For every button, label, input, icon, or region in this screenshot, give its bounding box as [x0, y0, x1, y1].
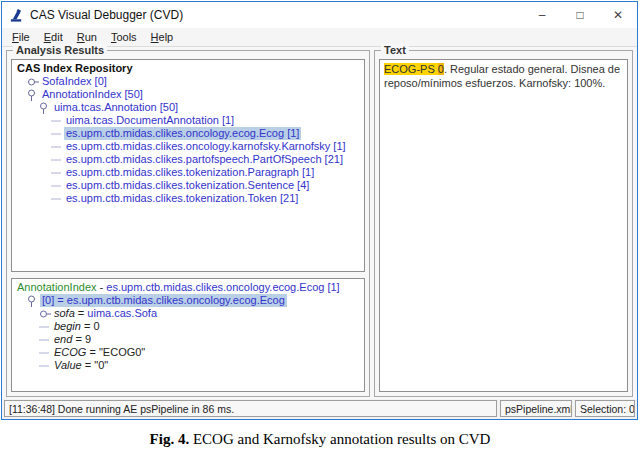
tree-node[interactable]: es.upm.ctb.midas.clikes.oncology.ecog.Ec… — [13, 127, 363, 140]
menu-file[interactable]: File — [5, 30, 37, 44]
tree-label-segment: Value — [54, 359, 82, 371]
tree-label-segment: AnnotationIndex [50] — [42, 88, 143, 100]
tree-node-label[interactable]: AnnotationIndex - es.upm.ctb.midas.clike… — [15, 281, 342, 294]
app-icon — [9, 8, 24, 23]
maximize-button[interactable]: □ — [561, 2, 599, 28]
figure-caption-prefix: Fig. 4. — [150, 431, 190, 447]
tree-node-label[interactable]: es.upm.ctb.midas.clikes.partofspeech.Par… — [64, 153, 345, 166]
cas-index-tree-panel[interactable]: CAS Index RepositorySofaIndex [0]Annotat… — [11, 59, 365, 272]
tree-collapse-handle[interactable] — [39, 308, 52, 320]
tree-label-segment: end — [54, 333, 72, 345]
tree-node[interactable]: es.upm.ctb.midas.clikes.tokenization.Par… — [13, 166, 363, 179]
menu-run[interactable]: Run — [70, 30, 104, 44]
tree-expand-handle[interactable] — [39, 102, 52, 114]
tree-node[interactable]: uima.tcas.Annotation [50] — [13, 101, 363, 114]
menu-tools[interactable]: Tools — [104, 30, 144, 44]
tree-node[interactable]: es.upm.ctb.midas.clikes.tokenization.Sen… — [13, 179, 363, 192]
tree-label-segment: CAS Index Repository — [17, 62, 133, 74]
tree-expand-handle[interactable] — [27, 89, 40, 101]
status-selection: Selection: 0 - 9 — [575, 400, 635, 417]
tree-node[interactable]: ECOG = "ECOG0" — [13, 346, 363, 359]
window-title: CAS Visual Debugger (CVD) — [30, 8, 183, 22]
menu-help[interactable]: Help — [144, 30, 181, 44]
tree-node-label[interactable]: es.upm.ctb.midas.clikes.tokenization.Sen… — [64, 179, 311, 192]
tree-node[interactable]: SofaIndex [0] — [13, 75, 363, 88]
tree-node-label[interactable]: uima.tcas.Annotation [50] — [52, 101, 180, 114]
tree-label-segment: es.upm.ctb.midas.clikes.oncology.ecog.Ec… — [66, 127, 299, 139]
tree-node[interactable]: AnnotationIndex - es.upm.ctb.midas.clike… — [13, 281, 363, 294]
tree-node[interactable]: end = 9 — [13, 333, 363, 346]
tree-label-segment: es.upm.ctb.midas.clikes.tokenization.Tok… — [66, 192, 298, 204]
tree-node[interactable]: es.upm.ctb.midas.clikes.tokenization.Tok… — [13, 192, 363, 205]
tree-node-label[interactable]: CAS Index Repository — [15, 62, 135, 75]
tree-node-label[interactable]: AnnotationIndex [50] — [40, 88, 145, 101]
tree-node-label[interactable]: end = 9 — [52, 333, 93, 346]
tree-node[interactable]: es.upm.ctb.midas.clikes.partofspeech.Par… — [13, 153, 363, 166]
tree-label-segment: = "0" — [82, 359, 108, 371]
tree-node-label[interactable]: SofaIndex [0] — [40, 75, 109, 88]
tree-node-label[interactable]: sofa = uima.cas.Sofa — [52, 307, 159, 320]
analysis-results-groupbox: Analysis Results CAS Index RepositorySof… — [6, 50, 370, 397]
tree-label-segment: begin — [54, 320, 81, 332]
tree-node[interactable]: sofa = uima.cas.Sofa — [13, 307, 363, 320]
text-panel-title: Text — [381, 44, 409, 56]
tree-node-label[interactable]: Value = "0" — [52, 359, 110, 372]
tree-node-label-selected[interactable]: [0] = es.upm.ctb.midas.clikes.oncology.e… — [40, 294, 287, 307]
tree-node[interactable]: AnnotationIndex [50] — [13, 88, 363, 101]
tree-leaf-connector — [51, 193, 64, 205]
app-window: CAS Visual Debugger (CVD) – □ ✕ FileEdit… — [1, 1, 638, 420]
tree-node-label[interactable]: uima.tcas.DocumentAnnotation [1] — [64, 114, 236, 127]
tree-leaf-connector — [51, 115, 64, 127]
tree-label-segment: = "ECOG0" — [86, 346, 145, 358]
tree-node[interactable]: CAS Index Repository — [13, 62, 363, 75]
tree-label-segment: uima.tcas.DocumentAnnotation [1] — [66, 114, 234, 126]
annotation-detail-tree: AnnotationIndex - es.upm.ctb.midas.clike… — [12, 279, 364, 374]
status-bar: [11:36:48] Done running AE psPipeline in… — [2, 399, 637, 419]
tree-node[interactable]: es.upm.ctb.midas.clikes.oncology.karnofs… — [13, 140, 363, 153]
figure-caption-text: ECOG and Karnofsky annotation results on… — [189, 431, 490, 447]
tree-label-segment: es.upm.ctb.midas.clikes.oncology.ecog.Ec… — [106, 281, 339, 293]
annotation-detail-panel[interactable]: AnnotationIndex - es.upm.ctb.midas.clike… — [11, 278, 365, 392]
tree-label-segment: SofaIndex [0] — [42, 75, 107, 87]
tree-leaf-connector — [39, 360, 52, 372]
cas-index-tree: CAS Index RepositorySofaIndex [0]Annotat… — [12, 60, 364, 207]
tree-node-label[interactable]: es.upm.ctb.midas.clikes.oncology.karnofs… — [64, 140, 348, 153]
tree-leaf-connector — [51, 128, 64, 140]
tree-expand-handle[interactable] — [27, 295, 40, 307]
tree-node[interactable]: begin = 0 — [13, 320, 363, 333]
tree-node-label[interactable]: es.upm.ctb.midas.clikes.tokenization.Par… — [64, 166, 316, 179]
figure-caption: Fig. 4. ECOG and Karnofsky annotation re… — [0, 431, 640, 448]
menu-edit[interactable]: Edit — [37, 30, 70, 44]
tree-leaf-connector — [39, 334, 52, 346]
tree-label-segment: ECOG — [54, 346, 86, 358]
tree-label-segment: es.upm.ctb.midas.clikes.tokenization.Sen… — [66, 179, 309, 191]
tree-label-segment: sofa — [54, 307, 75, 319]
tree-leaf-connector — [51, 154, 64, 166]
close-button[interactable]: ✕ — [599, 2, 637, 28]
tree-label-segment: = 0 — [81, 320, 100, 332]
tree-leaf-connector — [39, 321, 52, 333]
tree-collapse-handle[interactable] — [27, 76, 40, 88]
tree-leaf-connector — [39, 347, 52, 359]
tree-label-segment: es.upm.ctb.midas.clikes.tokenization.Par… — [66, 166, 314, 178]
tree-label-segment: = — [75, 307, 88, 319]
minimize-button[interactable]: – — [523, 2, 561, 28]
tree-label-segment: [0] = es.upm.ctb.midas.clikes.oncology.e… — [42, 294, 285, 306]
tree-node[interactable]: Value = "0" — [13, 359, 363, 372]
status-pipeline-file: psPipeline.xml — [500, 400, 572, 417]
tree-node[interactable]: [0] = es.upm.ctb.midas.clikes.oncology.e… — [13, 294, 363, 307]
window-controls: – □ ✕ — [523, 2, 637, 28]
tree-label-segment: AnnotationIndex — [17, 281, 97, 293]
tree-label-segment: - — [97, 281, 107, 293]
tree-label-segment: = 9 — [72, 333, 91, 345]
tree-node-label[interactable]: es.upm.ctb.midas.clikes.tokenization.Tok… — [64, 192, 300, 205]
title-bar: CAS Visual Debugger (CVD) – □ ✕ — [2, 2, 637, 28]
highlighted-annotation-text[interactable]: ECOG-PS — [384, 63, 438, 75]
text-groupbox: Text ECOG-PS 0. Regular estado general. … — [374, 50, 633, 397]
tree-node[interactable]: uima.tcas.DocumentAnnotation [1] — [13, 114, 363, 127]
tree-node-label-selected[interactable]: es.upm.ctb.midas.clikes.oncology.ecog.Ec… — [64, 127, 301, 140]
analysis-results-title: Analysis Results — [13, 44, 107, 56]
tree-node-label[interactable]: begin = 0 — [52, 320, 102, 333]
document-text-area[interactable]: ECOG-PS 0. Regular estado general. Disne… — [379, 59, 628, 392]
tree-node-label[interactable]: ECOG = "ECOG0" — [52, 346, 147, 359]
